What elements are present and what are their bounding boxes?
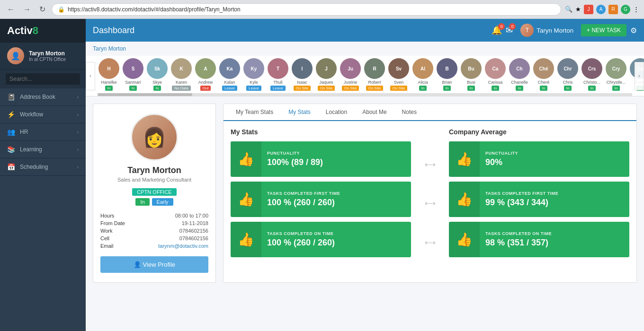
team-member-name: Isaac [297, 80, 307, 85]
work-value: 0784602156 [179, 228, 208, 234]
stat-thumb: 👍 [231, 222, 261, 257]
sidebar-item-scheduling[interactable]: 📅 Scheduling › [0, 158, 86, 176]
from-date-label: From Date [100, 220, 125, 226]
share-button[interactable]: ⚙ [630, 26, 637, 35]
team-member-chrystle[interactable]: Cry Chrystle... In [605, 58, 627, 91]
notification-badge: 0 [498, 23, 505, 30]
user-menu-button[interactable]: T Taryn Morton [517, 22, 577, 39]
team-avatar: S [123, 58, 143, 79]
breadcrumb[interactable]: Taryn Morton [86, 42, 644, 56]
new-task-button[interactable]: + NEW TASK [581, 24, 626, 36]
team-member-name: Carissa [488, 80, 503, 85]
view-profile-button[interactable]: 👤 View Profile [100, 256, 208, 273]
team-member-jaques[interactable]: J Jaques On Site [315, 58, 338, 91]
sidebar-item-learning[interactable]: 📚 Learning › [0, 141, 86, 158]
tab-location[interactable]: Location [318, 104, 355, 121]
team-member-name: Sanmari [125, 80, 141, 85]
profile-stats: 👩 Taryn Morton Sales and Marketing Consu… [86, 96, 644, 290]
team-member-karen[interactable]: K Karen No Data [170, 58, 193, 91]
team-member-name: Andrew [198, 80, 213, 85]
scroll-right-button[interactable]: › [635, 62, 644, 90]
company-stats-col: Company Average 👍 PUNCTUALITY 90% 👍 TASK… [449, 128, 629, 262]
team-avatar: T [268, 58, 288, 79]
sidebar-item-hr[interactable]: 👥 HR › [0, 123, 86, 141]
ext4-icon[interactable]: G [621, 5, 630, 14]
team-member-busi[interactable]: Bu Busi In [460, 58, 483, 91]
refresh-button[interactable]: ↻ [37, 4, 48, 15]
team-member-status: On Site [294, 86, 311, 91]
cell-label: Cell [100, 235, 109, 241]
ext3-icon[interactable]: R [608, 5, 618, 14]
ext2-icon[interactable]: A [596, 5, 606, 14]
team-scroll: H Hanelke In S Sanmari In Sk Skye In K K… [86, 56, 644, 93]
search-input[interactable] [6, 73, 80, 85]
team-member-skye[interactable]: Sk Skye In [146, 58, 169, 91]
bookmark-icon[interactable]: ★ [575, 6, 581, 13]
team-member-chanelle[interactable]: Ch Chanelle In [508, 58, 531, 91]
avatar: 👤 [7, 47, 24, 64]
email-row: Email tarynm@dotactiv.com [100, 243, 208, 249]
ext1-icon[interactable]: J [584, 5, 593, 14]
team-member-name: Kyle [250, 80, 258, 85]
learning-icon: 📚 [7, 146, 15, 153]
stats-columns: My Stats 👍 PUNCTUALITY 100% (89 / 89) 👍 … [231, 128, 629, 262]
forward-button[interactable]: → [21, 4, 33, 15]
team-member-thuli[interactable]: T Thuli Leave [267, 58, 289, 91]
lock-icon: 🔒 [58, 6, 65, 13]
team-member-isaac[interactable]: I Isaac On Site [291, 58, 313, 91]
header-avatar: T [520, 24, 534, 37]
team-member-status: Leave [246, 86, 261, 91]
arrow-column: ⟷ ⟷ ⟷ [418, 128, 442, 262]
team-avatar: I [292, 58, 313, 79]
team-avatar: A [195, 58, 216, 79]
status-in-badge: In [135, 198, 149, 206]
team-avatar: H [98, 58, 119, 79]
stat-label: TASKS COMPLETED FIRST TIME [485, 191, 558, 196]
team-member-justine[interactable]: Ju Justine On Site [339, 58, 362, 91]
team-member-status: On Site [390, 86, 408, 91]
notification-button[interactable]: 🔔 0 [492, 25, 502, 35]
team-member-christo[interactable]: Crs Christo... In [581, 58, 603, 91]
team-avatar: Cry [606, 58, 626, 79]
user-status: In at CPTN Office [29, 57, 66, 62]
message-button[interactable]: ✉ 0 [506, 25, 513, 35]
scroll-left-button[interactable]: ‹ [86, 62, 95, 90]
menu-icon[interactable]: ⋮ [633, 6, 639, 13]
logo-text: Activ8 [7, 25, 38, 37]
address-book-icon: 📓 [7, 93, 15, 101]
team-member-status: In [516, 86, 524, 91]
team-member-status: No Data [172, 86, 190, 91]
my-stats-col: My Stats 👍 PUNCTUALITY 100% (89 / 89) 👍 … [231, 128, 411, 262]
team-member-kalan[interactable]: Ka Kalan Leave [218, 58, 241, 91]
search-icon[interactable]: 🔍 [565, 6, 572, 13]
team-member-robert[interactable]: R Robert On Site [363, 58, 386, 91]
team-member-sven[interactable]: Sv Sven On Site [387, 58, 410, 91]
team-member-name: Justine [344, 80, 358, 85]
tab-notes[interactable]: Notes [394, 104, 424, 121]
team-member-alicia[interactable]: Al Alicia In [411, 58, 434, 91]
content: Taryn Morton ‹ H Hanelke In S Sanmari In… [86, 42, 644, 331]
tab-about-me[interactable]: About Me [355, 104, 394, 121]
back-button[interactable]: ← [5, 4, 17, 15]
team-member-andrew[interactable]: A Andrew Out [194, 58, 217, 91]
main: Dashboard 🔔 0 ✉ 0 T Taryn Morton + NEW T… [86, 19, 644, 331]
team-member-hanelke[interactable]: H Hanelke In [98, 58, 120, 91]
my-stat-card-0: 👍 PUNCTUALITY 100% (89 / 89) [231, 141, 411, 177]
team-scrollbar[interactable] [98, 93, 632, 96]
sidebar-item-workflow[interactable]: ⚡ Workflow › [0, 106, 86, 123]
team-member-status: In [588, 86, 596, 91]
tab-my-stats[interactable]: My Stats [281, 104, 318, 121]
team-member-brian[interactable]: B Brian In [436, 58, 458, 91]
team-member-carissa[interactable]: Ca Carissa In [484, 58, 507, 91]
browser-actions: 🔍 ★ J A R G ⋮ [565, 5, 639, 14]
tab-my-team-stats[interactable]: My Team Stats [228, 104, 281, 121]
sidebar-item-address-book[interactable]: 📓 Address Book › [0, 88, 86, 106]
team-avatar: Ka [219, 58, 240, 79]
team-member-cher[interactable]: Ché Cheré In [532, 58, 555, 91]
email-value[interactable]: tarynm@dotactiv.com [158, 243, 208, 249]
url-bar[interactable]: 🔒 https://activ8.dotactiv.com/dotactiv/#… [52, 3, 561, 16]
team-member-sanmari[interactable]: S Sanmari In [122, 58, 144, 91]
team-member-chris[interactable]: Chr Chris In [556, 58, 579, 91]
app-header-title: Dashboard [93, 26, 134, 35]
team-member-kyle[interactable]: Ky Kyle Leave [242, 58, 265, 91]
